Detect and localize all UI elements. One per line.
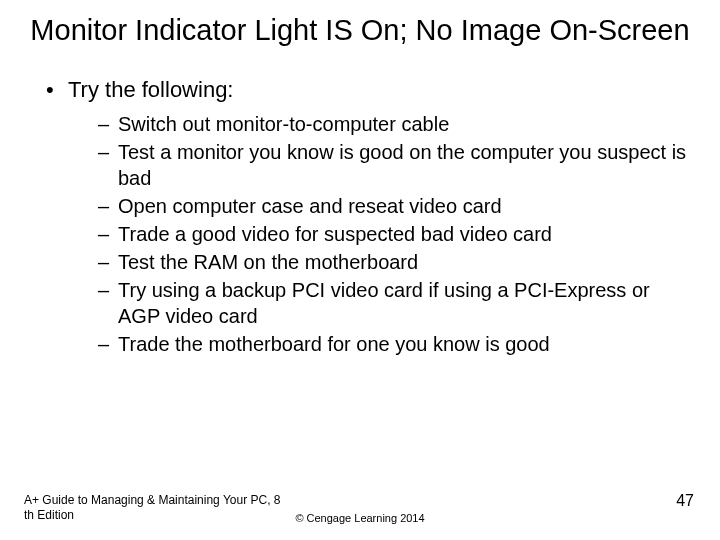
list-item-text: Try the following:	[68, 77, 233, 102]
bullet-list-level2: Switch out monitor-to-computer cable Tes…	[68, 111, 696, 357]
list-item-text: Test a monitor you know is good on the c…	[118, 141, 686, 189]
list-item-text: Trade a good video for suspected bad vid…	[118, 223, 552, 245]
list-item-text: Test the RAM on the motherboard	[118, 251, 418, 273]
list-item-text: Trade the motherboard for one you know i…	[118, 333, 550, 355]
list-item-text: Switch out monitor-to-computer cable	[118, 113, 449, 135]
list-item-text: Open computer case and reseat video card	[118, 195, 502, 217]
list-item: Test a monitor you know is good on the c…	[98, 139, 696, 191]
footer-center: © Cengage Learning 2014	[0, 512, 720, 524]
list-item: Switch out monitor-to-computer cable	[98, 111, 696, 137]
list-item: Trade the motherboard for one you know i…	[98, 331, 696, 357]
slide: Monitor Indicator Light IS On; No Image …	[0, 0, 720, 357]
list-item-text: Try using a backup PCI video card if usi…	[118, 279, 650, 327]
list-item: Try using a backup PCI video card if usi…	[98, 277, 696, 329]
list-item: Test the RAM on the motherboard	[98, 249, 696, 275]
list-item: Open computer case and reseat video card	[98, 193, 696, 219]
bullet-list-level1: Try the following: Switch out monitor-to…	[24, 76, 696, 357]
slide-title: Monitor Indicator Light IS On; No Image …	[24, 12, 696, 48]
page-number: 47	[676, 492, 694, 510]
list-item: Trade a good video for suspected bad vid…	[98, 221, 696, 247]
list-item: Try the following: Switch out monitor-to…	[46, 76, 696, 357]
